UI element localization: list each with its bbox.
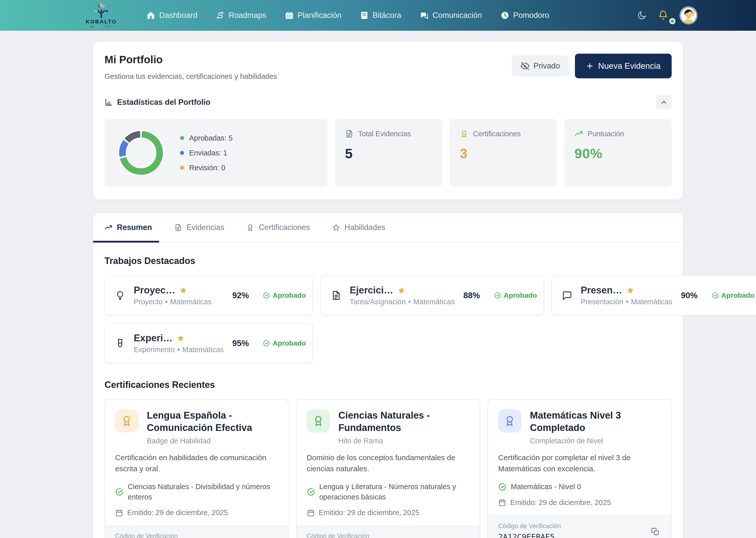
award-icon [312,415,325,427]
bar-chart-icon [105,98,113,106]
stat-card-puntuacion: Puntuación 90% [564,119,672,187]
new-evidence-button[interactable]: Nueva Evidencia [575,54,672,78]
donut-chart-ring [118,130,165,176]
nav-label: Comunicación [432,11,482,20]
nav-item-roadmaps[interactable]: Roadmaps [216,11,267,20]
donut-chart [119,131,163,175]
legend-item-enviadas: Enviadas: 1 [180,149,233,157]
home-icon [147,11,155,20]
message-square-icon [562,291,572,300]
kobalto-tree-icon [93,3,110,19]
check-circle-icon [263,340,270,347]
header-titles: Mi Portfolio Gestiona tus evidencias, ce… [105,54,277,81]
award-icon [121,415,133,427]
nav-label: Roadmaps [229,11,267,20]
file-text-icon [174,224,182,232]
cert-issued-date: Emitido: 29 de diciembre, 2025 [115,509,278,517]
page-title: Mi Portfolio [105,54,277,66]
copy-code-button[interactable] [267,536,278,538]
certifications-section-title: Certificaciones Recientes [105,380,672,390]
work-card-presentacion[interactable]: Presen… Presentación•Matemáticas 90% Apr… [551,275,756,316]
work-title: Presen… [581,285,622,296]
nav-item-bitacora[interactable]: Bitácora [360,11,401,20]
avatar-image [680,7,697,24]
status-badge: Aprobado [494,292,537,299]
work-card-proyecto[interactable]: Proyec… Proyecto•Matemáticas 92% Aprobad… [105,275,313,316]
check-circle-icon [712,292,719,299]
stat-label: Total Evidencias [358,130,411,138]
stat-label: Puntuación [587,130,624,138]
legend-dot-blue [180,151,184,155]
chevron-up-icon [660,98,668,106]
nav-item-comunicacion[interactable]: Comunicación [420,11,482,20]
cert-card-matematicas[interactable]: Matemáticas Nivel 3 Completado Completac… [487,399,672,538]
chart-legend: Aprobadas: 5 Enviadas: 1 Revisión: 0 [180,134,233,172]
featured-works-grid: Proyec… Proyecto•Matemáticas 92% Aprobad… [105,275,672,363]
nav-item-pomodoro[interactable]: Pomodoro [501,11,549,20]
notifications-button[interactable] [658,10,668,21]
legend-item-revision: Revisión: 0 [180,164,233,172]
tab-resumen[interactable]: Resumen [105,223,152,232]
nav-item-planificacion[interactable]: Planificación [285,11,341,20]
check-circle-icon [115,488,124,496]
collapse-stats-button[interactable] [656,95,672,109]
cert-card-lengua[interactable]: Lengua Española - Comunicación Efectiva … [105,399,289,538]
stats-row: Aprobadas: 5 Enviadas: 1 Revisión: 0 Tot… [105,119,672,187]
legend-item-aprobadas: Aprobadas: 5 [180,134,233,142]
cert-verification-footer: Código de Verificación E48427D6D4DF [297,525,480,538]
work-meta: Presentación•Matemáticas [581,298,673,306]
calendar-icon [498,499,506,507]
tab-certificaciones[interactable]: Certificaciones [246,223,310,232]
calendar-icon [307,509,315,517]
portfolio-header-panel: Mi Portfolio Gestiona tus evidencias, ce… [93,41,683,199]
clock-icon [501,11,509,20]
nav-item-dashboard[interactable]: Dashboard [147,11,197,20]
star-icon [626,286,634,295]
nav-label: Dashboard [159,11,197,20]
trending-up-icon [105,224,112,232]
legend-dot-green [180,136,184,140]
cert-requirement: Matemáticas - Nivel 0 [498,482,661,492]
work-score: 90% [681,291,698,300]
user-avatar[interactable] [680,6,698,25]
active-tab-indicator [93,241,159,242]
dark-mode-toggle[interactable] [637,11,647,20]
status-badge: Aprobado [263,339,306,347]
cert-title: Ciencias Naturales - Fundamentos [338,409,470,434]
tab-evidencias[interactable]: Evidencias [174,223,225,232]
nav-label: Bitácora [373,11,401,20]
cert-card-ciencias[interactable]: Ciencias Naturales - Fundamentos Hito de… [296,399,480,538]
work-title: Experi… [134,333,173,344]
route-icon [216,11,225,20]
check-circle-icon [263,292,270,299]
star-icon [332,224,340,232]
verification-code: 2A12C9EEBAE5 [498,532,561,538]
code-label: Código de Verificación [115,532,178,538]
code-label: Código de Verificación [307,532,370,538]
chat-icon [420,11,428,20]
stat-value: 90% [575,145,662,161]
work-card-experimento[interactable]: Experi… Experimento•Matemáticas 95% Apro… [105,323,313,363]
status-badge: Aprobado [712,292,754,299]
online-status-dot [669,18,676,24]
cert-description: Certificación en habilidades de comunica… [115,452,278,474]
cert-issued-date: Emitido: 29 de diciembre, 2025 [498,499,661,507]
code-label: Código de Verificación [498,522,561,530]
brand-subtitle: ACADEMY [91,25,112,28]
copy-code-button[interactable] [649,526,661,537]
brand-logo[interactable]: KOBALTO ACADEMY [81,3,122,28]
work-card-tarea[interactable]: Ejercici… Tarea/Asignación•Matemáticas 8… [321,275,544,316]
eye-off-icon [521,62,529,70]
privacy-toggle-button[interactable]: Privado [512,55,569,77]
work-meta: Proyecto•Matemáticas [134,298,224,306]
copy-code-button[interactable] [458,536,470,538]
cert-title: Matemáticas Nivel 3 Completado [530,409,661,434]
check-circle-icon [498,483,507,491]
stat-card-total-evidencias: Total Evidencias 5 [335,119,442,187]
page-subtitle: Gestiona tus evidencias, certificaciones… [105,72,277,81]
cert-description: Certificación por completar el nivel 3 d… [498,452,661,474]
cert-type: Badge de Habilidad [147,437,278,445]
new-evidence-label: Nueva Evidencia [598,61,661,71]
copy-icon [651,527,660,536]
tab-habilidades[interactable]: Habilidades [332,223,385,232]
